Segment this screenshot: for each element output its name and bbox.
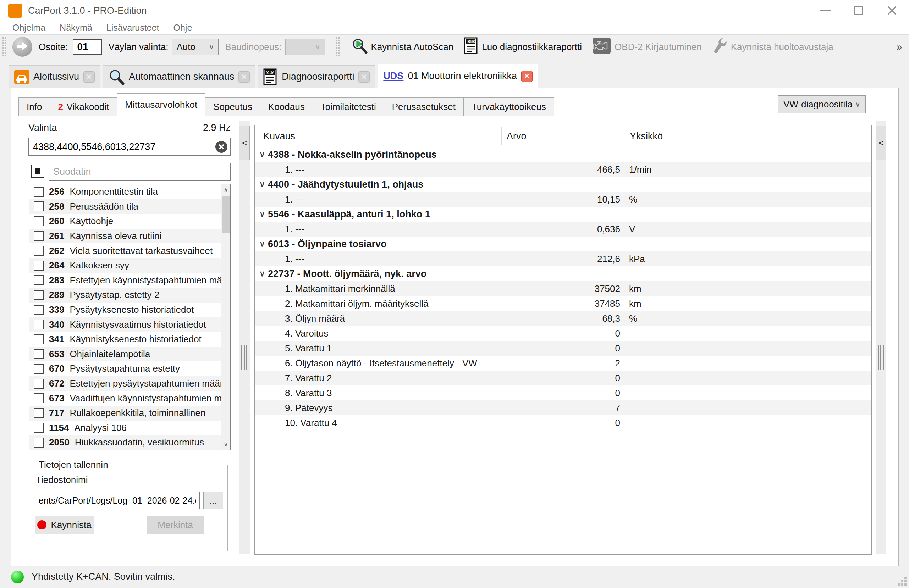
measurement-list-item[interactable]: 289 Pysäytystap. estetty 2: [29, 288, 221, 302]
measurement-row[interactable]: 3. Öljyn määrä 68,3 %: [255, 311, 872, 326]
measurement-list-item[interactable]: 672 Estettyjen pysäytystapahtumien määrä: [29, 376, 221, 391]
measurement-checkbox[interactable]: [34, 438, 44, 447]
scroll-thumb[interactable]: [222, 196, 230, 233]
collapse-chevron-icon[interactable]: ∨: [255, 269, 268, 278]
subtab-perusasetukset[interactable]: Perusasetukset: [384, 97, 464, 116]
measurement-checkbox[interactable]: [34, 261, 44, 271]
measurement-row[interactable]: 6. Öljytason näyttö - Itsetestausmenette…: [255, 356, 872, 371]
maximize-button[interactable]: [842, 0, 875, 21]
measurement-list-item[interactable]: 670 Pysäytystapahtuma estetty: [29, 361, 221, 376]
subtab-info[interactable]: Info: [18, 97, 50, 116]
measurement-list-item[interactable]: 262 Vielä suoritettavat tarkastusvaiheet: [29, 243, 221, 258]
measurement-list-item[interactable]: 340 Käynnistysvaatimus historiatiedot: [29, 317, 221, 332]
filename-input[interactable]: [35, 491, 200, 509]
measurement-list-item[interactable]: 2050 Hiukkassuodatin, vesikuormitus: [29, 435, 221, 450]
diagnostic-mode-select[interactable]: VW-diagnoositila ∨: [778, 95, 866, 113]
clear-selection-button[interactable]: [215, 141, 227, 153]
measurement-row[interactable]: 9. Pätevyys 7: [255, 401, 872, 415]
measurement-row[interactable]: 1. --- 466,5 1/min: [255, 162, 872, 177]
measurement-row[interactable]: 1. Matkamittari merkinnällä 37502 km: [255, 281, 872, 296]
toolbar-grip[interactable]: [2, 37, 7, 57]
measurement-list-item[interactable]: 341 Käynnistyksenesto historiatiedot: [29, 332, 221, 347]
menu-ohje[interactable]: Ohje: [166, 23, 199, 33]
measurement-checkbox[interactable]: [34, 379, 44, 389]
measurement-row[interactable]: 1. --- 10,15 %: [255, 192, 872, 207]
measurement-row[interactable]: 2. Matkamittari öljym. määrityksellä 374…: [255, 296, 872, 311]
measurement-list-item[interactable]: 673 Vaadittujen käynnistystapahtumien mä…: [29, 391, 221, 406]
scroll-up-button[interactable]: ∧: [222, 184, 230, 195]
left-splitter[interactable]: <: [239, 121, 250, 554]
tab-diagnoosiraportti[interactable]: OBD Diagnoosiraportti ✕: [258, 65, 375, 88]
collapse-chevron-icon[interactable]: ∨: [255, 180, 268, 189]
collapse-chevron-icon[interactable]: ∨: [255, 150, 268, 159]
measurement-row[interactable]: 1. --- 212,6 kPa: [255, 252, 872, 267]
right-splitter[interactable]: <: [876, 121, 886, 554]
splitter-grip[interactable]: [878, 345, 884, 370]
menu-ohjelma[interactable]: Ohjelma: [5, 23, 52, 33]
measurement-checkbox[interactable]: [34, 305, 44, 315]
bus-select[interactable]: Auto ∨: [172, 39, 218, 55]
tab-automaattinen-skannaus[interactable]: Automaattinen skannaus ✕: [103, 65, 255, 88]
measurement-checkbox[interactable]: [34, 423, 44, 433]
subtab-turvak-ytt-oikeus[interactable]: Turvakäyttöoikeus: [463, 97, 554, 116]
collapse-chevron-icon[interactable]: ∨: [255, 210, 268, 219]
measurement-checkbox[interactable]: [34, 246, 44, 256]
collapse-left-button[interactable]: <: [239, 126, 250, 160]
subtab-vikakoodit[interactable]: 2 Vikakoodit: [50, 97, 117, 116]
group-header-row[interactable]: ∨ 4388 - Nokka-akselin pyörintänopeus: [255, 147, 872, 162]
measurement-row[interactable]: 4. Varoitus 0: [255, 326, 872, 341]
subtab-koodaus[interactable]: Koodaus: [260, 97, 313, 116]
tab-close-button[interactable]: ✕: [521, 71, 532, 82]
measurement-checkbox[interactable]: [34, 408, 44, 418]
subtab-mittausarvolohkot[interactable]: Mittausarvolohkot: [117, 93, 205, 116]
collapse-chevron-icon[interactable]: ∨: [255, 239, 268, 249]
measurement-row[interactable]: 1. --- 0,636 V: [255, 222, 872, 237]
go-button[interactable]: [13, 37, 32, 57]
minimize-button[interactable]: [809, 0, 842, 21]
start-logging-button[interactable]: Käynnistä: [35, 516, 94, 534]
mark-input[interactable]: [207, 516, 223, 534]
measurement-row[interactable]: 8. Varattu 3 0: [255, 386, 872, 401]
scroll-down-button[interactable]: ∨: [222, 439, 230, 450]
column-divider[interactable]: [734, 127, 734, 145]
toolbar-overflow-button[interactable]: »: [896, 41, 902, 53]
tab-close-button[interactable]: ✕: [83, 71, 95, 82]
tab-close-button[interactable]: ✕: [358, 71, 370, 82]
measurement-checkbox[interactable]: [34, 216, 44, 226]
selection-input[interactable]: [28, 138, 231, 156]
diagnostic-report-button[interactable]: OBD Luo diagnostiikkaraportti: [464, 37, 582, 57]
measurement-row[interactable]: 7. Varattu 2 0: [255, 371, 872, 386]
measurement-checkbox[interactable]: [34, 349, 44, 359]
measurement-list-item[interactable]: 1154 Analyysi 106: [29, 421, 221, 436]
measurement-checkbox[interactable]: [34, 290, 44, 300]
measurement-list-item[interactable]: 653 Ohjainlaitelämpötila: [29, 347, 221, 362]
measurement-row[interactable]: 10. Varattu 4 0: [255, 415, 872, 430]
splitter-grip[interactable]: [241, 345, 247, 370]
filter-input[interactable]: [49, 163, 231, 181]
measurement-checkbox[interactable]: [34, 393, 44, 403]
measurement-list-item[interactable]: 717 Rullakoepenkkitila, toiminnallinen: [29, 406, 221, 421]
resize-grip[interactable]: [898, 577, 906, 585]
tab-close-button[interactable]: ✕: [238, 71, 250, 82]
browse-button[interactable]: ...: [203, 491, 223, 509]
measurement-list-item[interactable]: 283 Estettyjen käynnistystapahtumien mää…: [29, 273, 221, 288]
group-header-row[interactable]: ∨ 6013 - Öljynpaine tosiarvo: [255, 237, 872, 252]
measurement-checkbox[interactable]: [34, 202, 44, 212]
group-header-row[interactable]: ∨ 4400 - Jäähdytystuuletin 1, ohjaus: [255, 177, 872, 192]
subtab-sopeutus[interactable]: Sopeutus: [205, 97, 260, 116]
filter-checkbox[interactable]: [31, 165, 44, 178]
list-scrollbar[interactable]: ∧ ∨: [221, 184, 230, 450]
measurement-list-item[interactable]: 260 Käyttöohje: [29, 214, 221, 229]
measurement-checkbox[interactable]: [34, 320, 44, 330]
tab-01-moottorin-elektroniikka[interactable]: UDS 01 Moottorin elektroniikka ✕: [378, 64, 538, 88]
measurement-checkbox[interactable]: [34, 364, 44, 374]
close-button[interactable]: [875, 0, 909, 21]
menu-n-kym[interactable]: Näkymä: [52, 23, 99, 33]
measurement-list-item[interactable]: 261 Käynnissä oleva rutiini: [29, 229, 221, 244]
measurement-checkbox[interactable]: [34, 187, 44, 197]
address-input[interactable]: [73, 39, 102, 55]
measurement-row[interactable]: 5. Varattu 1 0: [255, 341, 872, 356]
measurement-checkbox[interactable]: [34, 334, 44, 344]
measurement-list-item[interactable]: 339 Pysäytyksenesto historiatiedot: [29, 302, 221, 317]
collapse-right-button[interactable]: <: [876, 126, 886, 160]
